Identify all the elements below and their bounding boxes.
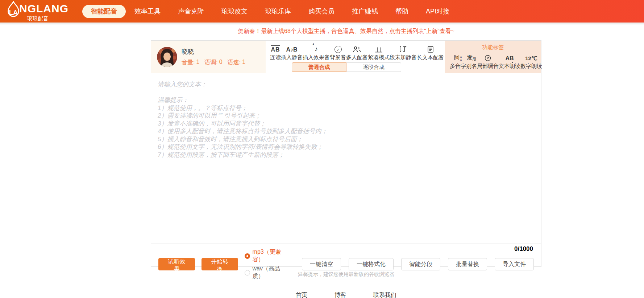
local-tuning-icon — [484, 54, 491, 62]
format-selector: mp3（更兼容） wav（高品质） — [245, 248, 290, 280]
import-file-button[interactable]: 导入文件 — [495, 258, 534, 270]
toolbar: AB 连读 A♪B 插入静音 ✦♪ 插入效果音 ♪ 背景音 — [266, 44, 445, 61]
tool-compact-mode[interactable]: 紧凑模式 — [368, 44, 390, 61]
panel-header: 晓晓 音量: 1 语调: 0 语速: 1 AB 连读 — [151, 41, 541, 73]
listen-button[interactable]: 试听效果 — [158, 258, 195, 270]
svg-text:;: ; — [402, 48, 403, 52]
volume-value: 1 — [196, 59, 199, 66]
bottom-bar: 0/1000 试听效果 开始转换 mp3（更兼容） wav（高品质） 一键清空 — [151, 244, 541, 266]
nav-item-promote-earn[interactable]: 推广赚钱 — [343, 5, 387, 18]
feature-tags-panel: 功能标签 阿 ǎà 多音字 发/8 别名 — [445, 41, 541, 73]
speaker-card[interactable]: 晓晓 音量: 1 语调: 0 语速: 1 — [151, 41, 266, 73]
footer-links: 首页 博客 联系我们 — [151, 291, 541, 298]
nav-item-help[interactable]: 帮助 — [387, 5, 417, 18]
insert-sfx-icon: ✦♪ — [315, 45, 318, 53]
text-reading-icon: AB — [505, 55, 514, 62]
tool-label: 多人配音 — [346, 54, 368, 61]
tag-label: 局部调音 — [477, 63, 499, 70]
tab-normal-synthesis[interactable]: 普通合成 — [292, 62, 346, 72]
tool-background-music[interactable]: ♪ 背景音 — [330, 44, 346, 61]
volume-label: 音量: — [182, 59, 195, 66]
top-navbar: LA NGLANG 琅琅配音 智能配音 效率工具 声音克隆 琅琅改文 琅琅乐库 … — [0, 0, 644, 23]
compact-mode-icon — [375, 46, 383, 53]
tool-paragraph-end-silence[interactable]: ; 段末加静音 — [390, 44, 417, 61]
number-reading-icon: 12℃ — [525, 55, 537, 62]
main-menu: 智能配音 效率工具 声音克隆 琅琅改文 琅琅乐库 购买会员 推广赚钱 帮助 AP… — [82, 5, 458, 18]
tool-long-text-dubbing[interactable]: 长文本配音 — [417, 44, 444, 61]
tool-label: 插入效果音 — [303, 54, 330, 61]
nav-shadow — [0, 23, 644, 25]
tone-label: 语调: — [204, 59, 217, 66]
tag-label: 多音字 — [450, 63, 466, 70]
text-input[interactable] — [151, 73, 541, 244]
tool-label: 连读 — [270, 54, 281, 61]
promo-banner-text: 贺新春！最新上线68个大模型主播，音色逼真、效果自然，点击主播列表“上新”查看~ — [238, 28, 454, 35]
insert-silence-icon: A♪B — [286, 46, 297, 53]
speed-label: 语速: — [228, 59, 241, 66]
speaker-avatar[interactable] — [157, 47, 177, 67]
mp3-radio[interactable] — [245, 253, 250, 259]
wav-label: wav（高品质） — [253, 265, 290, 280]
tool-label: 长文本配音 — [417, 54, 444, 61]
nav-item-text-rewrite[interactable]: 琅琅改文 — [213, 5, 256, 18]
speaker-name: 晓晓 — [182, 48, 249, 56]
brand-logo[interactable]: LA NGLANG 琅琅配音 — [4, 1, 68, 22]
speed-value: 1 — [242, 59, 245, 66]
nav-item-api[interactable]: API对接 — [417, 5, 458, 18]
batch-replace-button[interactable]: 批量替换 — [448, 258, 487, 270]
synthesis-tabs: 普通合成 逐段合成 — [292, 62, 445, 72]
smart-segment-button[interactable]: 智能分段 — [401, 258, 440, 270]
tag-local-tuning[interactable]: 局部调音 — [477, 52, 499, 70]
action-buttons: 一键清空 一键格式化 智能分段 批量替换 导入文件 — [302, 258, 534, 270]
tag-label: 文本朗读 — [499, 63, 520, 70]
tag-number-reading[interactable]: 12℃ 数字朗读 — [520, 52, 542, 70]
nav-item-voice-clone[interactable]: 声音克隆 — [169, 5, 213, 18]
format-wav[interactable]: wav（高品质） — [245, 265, 290, 280]
footer-link-home[interactable]: 首页 — [296, 291, 307, 298]
tool-multi-voice[interactable]: 多人配音 — [346, 44, 368, 61]
tool-label: 插入静音 — [281, 54, 303, 61]
tone-value: 0 — [219, 59, 223, 66]
logo-text: NGLANG — [19, 3, 68, 15]
tool-label: 紧凑模式 — [368, 54, 390, 61]
tool-insert-sfx[interactable]: ✦♪ 插入效果音 — [303, 44, 330, 61]
tool-label: 段末加静音 — [390, 54, 417, 61]
tool-label: 背景音 — [330, 54, 346, 61]
promo-banner[interactable]: 贺新春！最新上线68个大模型主播，音色逼真、效果自然，点击主播列表“上新”查看~ — [151, 23, 541, 40]
convert-button[interactable]: 开始转换 — [201, 258, 238, 270]
tool-linked-reading[interactable]: AB 连读 — [270, 44, 281, 61]
nav-item-efficiency-tools[interactable]: 效率工具 — [126, 5, 169, 18]
footer-link-contact[interactable]: 联系我们 — [373, 291, 396, 298]
tag-label: 别名 — [466, 63, 477, 70]
feature-tags-title: 功能标签 — [445, 44, 541, 51]
speaker-params: 音量: 1 语调: 0 语速: 1 — [182, 59, 249, 66]
format-text-button[interactable]: 一键格式化 — [349, 258, 394, 270]
char-counter: 0/1000 — [514, 245, 533, 253]
background-music-icon: ♪ — [335, 46, 342, 53]
logo-subtitle: 琅琅配音 — [27, 15, 68, 22]
linked-reading-icon: AB — [271, 45, 280, 53]
clear-all-button[interactable]: 一键清空 — [302, 258, 341, 270]
logo-monogram: LA — [9, 9, 18, 16]
polyphonic-icon: 阿 ǎà — [454, 52, 462, 62]
tag-polyphonic[interactable]: 阿 ǎà 多音字 — [450, 52, 466, 70]
tag-text-reading[interactable]: AB 文本朗读 — [499, 52, 520, 70]
nav-item-ai-dubbing[interactable]: 智能配音 — [82, 5, 126, 18]
tag-alias[interactable]: 发/8 别名 — [466, 52, 477, 70]
dubbing-panel: 晓晓 音量: 1 语调: 0 语速: 1 AB 连读 — [151, 40, 541, 267]
nav-item-music-library[interactable]: 琅琅乐库 — [256, 5, 300, 18]
tool-insert-silence[interactable]: A♪B 插入静音 — [281, 44, 303, 61]
paragraph-end-silence-icon: ; — [399, 45, 408, 53]
wav-radio[interactable] — [245, 270, 250, 275]
multi-voice-icon — [353, 46, 361, 53]
nav-item-buy-membership[interactable]: 购买会员 — [300, 5, 343, 18]
format-mp3[interactable]: mp3（更兼容） — [245, 248, 290, 264]
tab-segment-synthesis[interactable]: 逐段合成 — [346, 62, 401, 72]
long-text-dubbing-icon — [427, 46, 434, 53]
footer-link-blog[interactable]: 博客 — [335, 291, 346, 298]
tag-label: 数字朗读 — [520, 63, 542, 70]
alias-icon: 发/8 — [467, 52, 476, 62]
mp3-label: mp3（更兼容） — [253, 248, 290, 264]
toolbar-cell: AB 连读 A♪B 插入静音 ✦♪ 插入效果音 ♪ 背景音 — [266, 41, 445, 73]
